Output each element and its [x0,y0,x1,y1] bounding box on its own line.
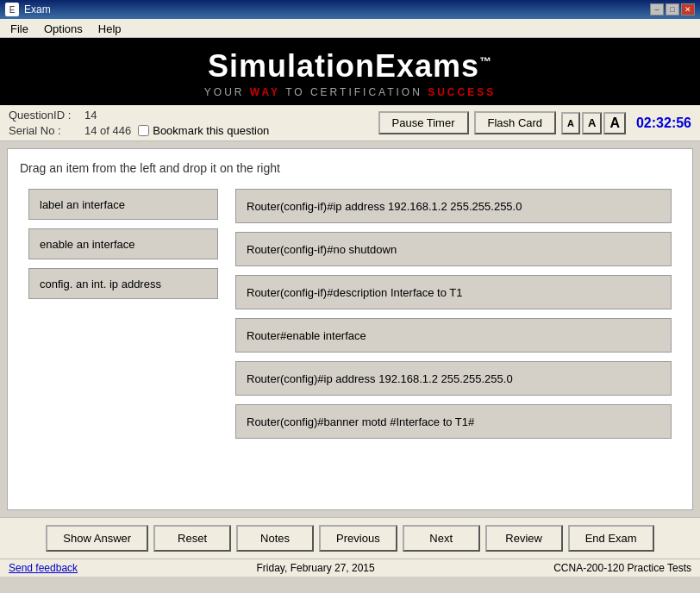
font-size-buttons: A A A [561,112,626,134]
subtitle-middle: TO CERTIFICATION [280,86,428,98]
info-buttons: Pause Timer Flash Card A A A 02:32:56 [378,111,691,134]
bookmark-checkbox[interactable] [138,125,149,136]
title-bar: E Exam – □ ✕ [0,0,700,19]
title-bar-left: E Exam [5,3,51,16]
question-instruction: Drag an item from the left and drop it o… [20,161,680,175]
drop-item-5[interactable]: Router(config)#ip address 192.168.1.2 25… [235,361,672,396]
menu-help[interactable]: Help [91,21,128,35]
end-exam-button[interactable]: End Exam [568,525,654,552]
send-feedback-link[interactable]: Send feedback [9,562,78,574]
status-date: Friday, February 27, 2015 [257,562,375,574]
drop-item-3[interactable]: Router(config-if)#description Interface … [235,275,672,309]
close-button[interactable]: ✕ [681,3,695,16]
bookmark-label: Bookmark this question [153,124,269,137]
menu-bar: File Options Help [0,19,700,38]
drop-target-list: Router(config-if)#ip address 192.168.1.2… [235,189,672,439]
question-id-label: QuestionID : [9,109,78,122]
drop-item-1[interactable]: Router(config-if)#ip address 192.168.1.2… [235,189,672,223]
drag-source-list: label an interface enable an interface c… [28,189,218,299]
serial-row: Serial No : 14 of 446 Bookmark this ques… [9,124,370,137]
font-large-button[interactable]: A [603,112,626,134]
menu-options[interactable]: Options [37,21,90,35]
drag-item-3[interactable]: config. an int. ip address [28,268,218,299]
serial-label: Serial No : [9,124,78,137]
review-button[interactable]: Review [485,525,563,552]
info-bar: QuestionID : 14 Serial No : 14 of 446 Bo… [0,105,700,141]
question-area: Drag an item from the left and drop it o… [7,148,693,510]
drop-item-4[interactable]: Router#enable interface [235,318,672,353]
subtitle-success: SUCCESS [428,86,496,98]
next-button[interactable]: Next [403,525,480,552]
status-practice-test: CCNA-200-120 Practice Tests [553,562,691,574]
drag-drop-container: label an interface enable an interface c… [20,189,680,439]
status-bar: Send feedback Friday, February 27, 2015 … [0,559,700,577]
banner-title-text: SimulationExams [208,48,479,84]
menu-file[interactable]: File [3,21,35,35]
subtitle-way: WAY [250,86,280,98]
notes-button[interactable]: Notes [236,525,314,552]
drop-item-2[interactable]: Router(config-if)#no shutdown [235,232,672,266]
window-title: Exam [24,3,51,16]
pause-timer-button[interactable]: Pause Timer [378,111,469,134]
previous-button[interactable]: Previous [319,525,397,552]
font-small-button[interactable]: A [561,112,580,134]
title-bar-controls: – □ ✕ [650,3,695,16]
drop-item-6[interactable]: Router(config)#banner motd #Interface to… [235,404,672,439]
drag-item-1[interactable]: label an interface [28,189,218,220]
question-id-row: QuestionID : 14 [9,109,370,122]
trademark-symbol: ™ [479,54,492,68]
question-id-value: 14 [84,109,97,122]
bookmark-area: Bookmark this question [138,124,269,137]
reset-button[interactable]: Reset [153,525,231,552]
app-icon: E [5,3,19,16]
banner-title: SimulationExams™ [17,48,683,84]
drag-item-2[interactable]: enable an interface [28,228,218,259]
banner-subtitle: YOUR WAY TO CERTIFICATION SUCCESS [17,86,683,98]
timer-display: 02:32:56 [631,115,691,131]
show-answer-button[interactable]: Show Answer [46,525,148,552]
flash-card-button[interactable]: Flash Card [474,111,557,134]
minimize-button[interactable]: – [650,3,664,16]
banner: SimulationExams™ YOUR WAY TO CERTIFICATI… [0,38,700,105]
serial-value: 14 of 446 [84,124,131,137]
maximize-button[interactable]: □ [666,3,679,16]
bottom-toolbar: Show Answer Reset Notes Previous Next Re… [0,517,700,559]
font-medium-button[interactable]: A [582,112,602,134]
info-bar-left: QuestionID : 14 Serial No : 14 of 446 Bo… [9,109,370,137]
subtitle-your: YOUR [204,86,250,98]
